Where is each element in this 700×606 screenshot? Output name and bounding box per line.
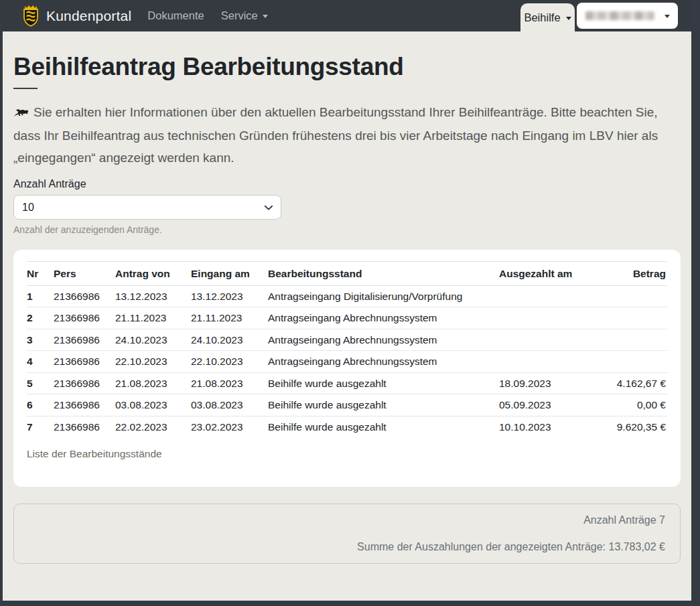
status-table: NrPersAntrag vonEingang amBearbeitungsst… bbox=[27, 261, 667, 438]
summary-box: Anzahl Anträge 7 Summe der Auszahlungen … bbox=[13, 504, 681, 564]
main-content: Beihilfeantrag Bearbeitungsstand Sie erh… bbox=[3, 31, 691, 564]
top-navbar: Kundenportal Dokumente Service Beihilfe bbox=[3, 0, 691, 31]
table-cell bbox=[587, 329, 667, 351]
table-cell: 05.09.2023 bbox=[499, 394, 587, 416]
table-cell bbox=[587, 285, 667, 307]
caret-down-icon bbox=[263, 15, 268, 18]
table-cell: 21366986 bbox=[54, 307, 115, 329]
table-cell: 18.09.2023 bbox=[499, 372, 587, 394]
column-header-bearbeitungsstand: Bearbeitungsstand bbox=[268, 261, 499, 285]
table-cell: 13.12.2023 bbox=[115, 285, 191, 307]
table-cell: Beihilfe wurde ausgezahlt bbox=[268, 372, 499, 394]
table-cell: 24.10.2023 bbox=[191, 329, 268, 351]
portal-page: Kundenportal Dokumente Service Beihilfe … bbox=[3, 0, 691, 601]
table-cell: 24.10.2023 bbox=[115, 329, 191, 351]
table-cell: 4.162,67 € bbox=[587, 372, 667, 394]
table-row: 32136698624.10.202324.10.2023Antragseing… bbox=[27, 329, 667, 351]
table-cell: Antragseingang Digitalisierung/Vorprüfun… bbox=[268, 285, 499, 307]
table-cell: 0,00 € bbox=[587, 394, 667, 416]
table-cell: 21366986 bbox=[54, 329, 115, 351]
table-cell: 03.08.2023 bbox=[191, 394, 268, 416]
table-cell: 03.08.2023 bbox=[115, 394, 191, 416]
summary-count: Anzahl Anträge 7 bbox=[29, 514, 665, 526]
table-cell: 7 bbox=[27, 416, 54, 437]
table-cell: 6 bbox=[27, 394, 54, 416]
table-cell bbox=[499, 285, 587, 307]
column-header-antrag-von: Antrag von bbox=[115, 261, 191, 285]
table-cell: 21366986 bbox=[54, 372, 115, 394]
count-select-wrap: 10 bbox=[13, 195, 281, 220]
summary-sum: Summe der Auszahlungen der angezeigten A… bbox=[29, 541, 665, 553]
status-table-card: NrPersAntrag vonEingang amBearbeitungsst… bbox=[13, 250, 681, 487]
table-cell: 10.10.2023 bbox=[499, 416, 587, 437]
column-header-nr: Nr bbox=[27, 261, 54, 285]
table-cell bbox=[499, 329, 587, 351]
table-cell: 9.620,35 € bbox=[587, 416, 667, 437]
table-cell: 21366986 bbox=[54, 351, 115, 373]
table-cell bbox=[499, 307, 587, 329]
table-cell: 22.10.2023 bbox=[191, 351, 268, 373]
caret-down-icon bbox=[566, 17, 571, 20]
nav-link-dokumente[interactable]: Dokumente bbox=[147, 9, 204, 22]
table-cell: Antragseingang Abrechnungssystem bbox=[268, 329, 499, 351]
table-row: 22136698621.11.202321.11.2023Antragseing… bbox=[27, 307, 667, 329]
table-cell: 22.02.2023 bbox=[115, 416, 191, 437]
table-row: 42136698622.10.202322.10.2023Antragseing… bbox=[27, 351, 667, 373]
column-header-betrag: Betrag bbox=[587, 261, 667, 285]
column-header-ausgezahlt-am: Ausgezahlt am bbox=[499, 261, 587, 285]
table-cell: 5 bbox=[27, 372, 54, 394]
page-title: Beihilfeantrag Bearbeitungsstand bbox=[13, 52, 681, 82]
table-cell: Beihilfe wurde ausgezahlt bbox=[268, 394, 499, 416]
user-menu-dropdown[interactable] bbox=[577, 3, 678, 29]
table-cell: 4 bbox=[27, 351, 54, 373]
table-cell: Beihilfe wurde ausgezahlt bbox=[268, 416, 499, 437]
table-cell: 21366986 bbox=[54, 416, 115, 437]
table-cell bbox=[587, 351, 667, 373]
lion-icon bbox=[13, 102, 29, 125]
table-row: 62136698603.08.202303.08.2023Beihilfe wu… bbox=[27, 394, 667, 416]
table-cell: 1 bbox=[27, 285, 54, 307]
table-cell: 13.12.2023 bbox=[191, 285, 268, 307]
table-row: 12136698613.12.202313.12.2023Antragseing… bbox=[27, 285, 667, 307]
tab-beihilfe[interactable]: Beihilfe bbox=[520, 3, 575, 31]
table-header-row: NrPersAntrag vonEingang amBearbeitungsst… bbox=[27, 261, 667, 285]
brand-link[interactable]: Kundenportal bbox=[22, 5, 131, 27]
count-select-label: Anzahl Anträge bbox=[13, 178, 681, 190]
intro-text: Sie erhalten hier Informationen über den… bbox=[13, 101, 681, 169]
table-cell: 21.08.2023 bbox=[115, 372, 191, 394]
table-cell bbox=[587, 307, 667, 329]
table-row: 72136698622.02.202323.02.2023Beihilfe wu… bbox=[27, 416, 667, 437]
table-caption: Liste der Bearbeitungsstände bbox=[27, 448, 667, 460]
table-cell: 21366986 bbox=[54, 285, 115, 307]
nav-link-service[interactable]: Service bbox=[221, 9, 268, 22]
caret-down-icon bbox=[664, 15, 670, 18]
table-cell: 2 bbox=[27, 307, 54, 329]
title-underline bbox=[13, 88, 38, 89]
table-cell: 21366986 bbox=[54, 394, 115, 416]
table-cell: 21.08.2023 bbox=[191, 372, 268, 394]
column-header-pers: Pers bbox=[54, 261, 115, 285]
table-cell: 3 bbox=[27, 329, 54, 351]
table-row: 52136698621.08.202321.08.2023Beihilfe wu… bbox=[27, 372, 667, 394]
table-cell: 22.10.2023 bbox=[115, 351, 191, 373]
table-cell: Antragseingang Abrechnungssystem bbox=[268, 351, 499, 373]
table-cell: 23.02.2023 bbox=[191, 416, 268, 437]
table-cell: Antragseingang Abrechnungssystem bbox=[268, 307, 499, 329]
redacted-username bbox=[585, 11, 654, 20]
table-cell: 21.11.2023 bbox=[115, 307, 191, 329]
column-header-eingang-am: Eingang am bbox=[191, 261, 268, 285]
count-select-help: Anzahl der anzuzeigenden Anträge. bbox=[13, 224, 681, 235]
brand-title: Kundenportal bbox=[46, 8, 131, 24]
bw-coat-of-arms-logo-icon bbox=[22, 5, 40, 27]
table-cell bbox=[499, 351, 587, 373]
table-cell: 21.11.2023 bbox=[191, 307, 268, 329]
count-select[interactable]: 10 bbox=[13, 195, 281, 220]
